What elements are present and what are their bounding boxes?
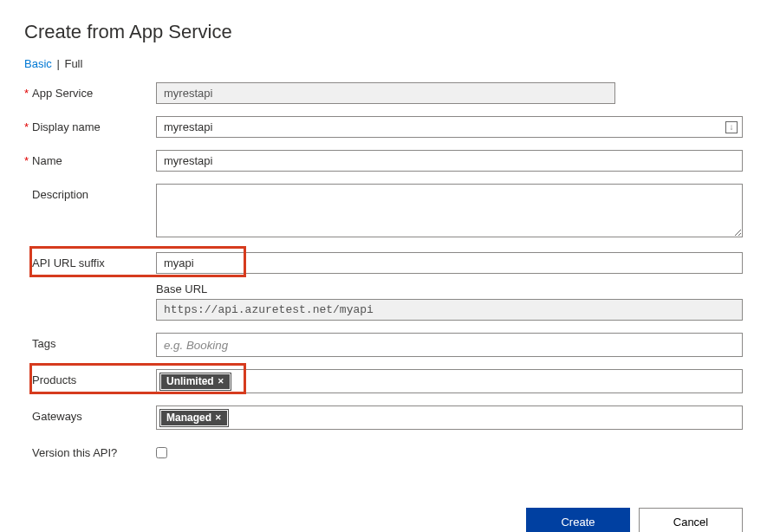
create-button[interactable]: Create — [526, 508, 630, 532]
pill-products[interactable]: Unlimited ✕ — [160, 373, 231, 390]
required-marker: * — [24, 120, 29, 133]
label-app-service: App Service — [32, 87, 93, 100]
input-display-name[interactable] — [156, 116, 743, 138]
row-version: * Version this API? — [24, 442, 743, 461]
input-base-url — [156, 299, 743, 321]
close-icon[interactable]: ✕ — [218, 377, 224, 386]
input-description[interactable] — [156, 184, 743, 237]
tab-basic[interactable]: Basic — [24, 57, 52, 70]
input-tags-text[interactable] — [160, 337, 738, 354]
row-name: * Name — [24, 150, 743, 172]
page-title: Create from App Service — [24, 21, 743, 43]
label-display-name: Display name — [32, 120, 101, 133]
row-description: * Description — [24, 184, 743, 240]
pill-gateways-label: Managed — [166, 412, 211, 424]
pill-gateways[interactable]: Managed ✕ — [160, 410, 228, 426]
input-tags[interactable] — [156, 333, 743, 357]
close-icon[interactable]: ✕ — [215, 413, 222, 422]
input-gateways[interactable]: Managed ✕ — [156, 405, 743, 430]
action-bar: Create Cancel — [24, 508, 743, 532]
input-app-service[interactable] — [156, 82, 615, 104]
label-api-url-suffix: API URL suffix — [32, 256, 105, 269]
required-marker: * — [24, 87, 29, 100]
tab-full[interactable]: Full — [64, 57, 82, 70]
row-tags: * Tags — [24, 333, 743, 357]
label-description: Description — [32, 188, 88, 201]
row-app-service: * App Service — [24, 82, 743, 104]
cancel-button[interactable]: Cancel — [639, 508, 743, 532]
tab-separator: | — [56, 57, 59, 70]
row-gateways: * Gateways Managed ✕ — [24, 405, 743, 430]
row-api-url-suffix: * API URL suffix Base URL — [24, 252, 743, 321]
row-display-name: * Display name ↓ — [24, 116, 743, 138]
row-products: * Products Unlimited ✕ — [24, 369, 743, 393]
input-name[interactable] — [156, 150, 743, 172]
label-name: Name — [32, 154, 62, 167]
checkbox-version[interactable] — [156, 447, 167, 458]
required-marker: * — [24, 154, 29, 167]
label-tags: Tags — [32, 337, 55, 350]
label-products: Products — [32, 373, 76, 386]
input-products[interactable]: Unlimited ✕ — [156, 369, 743, 393]
view-tabs: Basic | Full — [24, 57, 743, 70]
label-version: Version this API? — [32, 446, 117, 459]
label-base-url: Base URL — [156, 282, 743, 295]
pill-products-label: Unlimited — [166, 375, 214, 387]
input-api-url-suffix[interactable] — [156, 252, 743, 274]
label-gateways: Gateways — [32, 410, 82, 423]
